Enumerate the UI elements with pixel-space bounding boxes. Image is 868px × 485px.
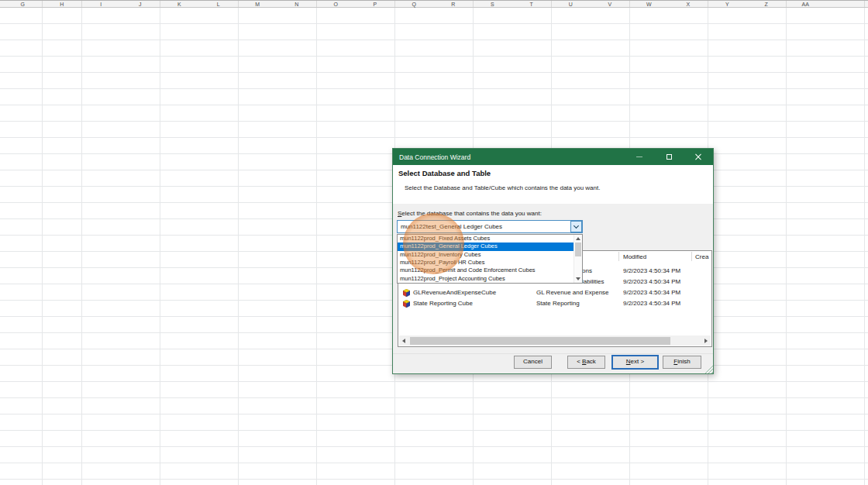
table-header-created[interactable]: Crea — [695, 253, 708, 260]
cube-icon — [403, 289, 410, 297]
horizontal-scrollbar[interactable] — [399, 335, 711, 346]
column-header-y[interactable]: Y — [708, 1, 747, 7]
column-header-m[interactable]: M — [238, 1, 277, 7]
cube-modified-date: 9/2/2023 4:50:34 PM — [623, 266, 680, 277]
column-header-u[interactable]: U — [551, 1, 591, 7]
cube-name: GLRevenueAndExpenseCube — [413, 287, 496, 298]
dropdown-item[interactable]: mun1122prod_Fixed Assets Cubes — [398, 235, 574, 242]
column-divider — [618, 252, 619, 261]
dropdown-items: mun1122prod_Fixed Assets Cubesmun1122pro… — [398, 235, 574, 283]
column-header-k[interactable]: K — [160, 1, 199, 7]
column-header-p[interactable]: P — [356, 1, 395, 7]
combobox-dropdown-button[interactable] — [570, 221, 582, 232]
maximize-button[interactable] — [654, 149, 684, 165]
dropdown-item[interactable]: mun1122prod_Inventory Cubes — [398, 251, 574, 259]
column-header-t[interactable]: T — [512, 1, 552, 7]
dropdown-scrollbar[interactable] — [574, 235, 582, 283]
window-controls — [625, 149, 713, 165]
table-row[interactable]: GLRevenueAndExpenseCubeGL Revenue and Ex… — [398, 287, 711, 298]
page-title: Select Database and Table — [398, 169, 491, 177]
back-button[interactable]: < Back — [567, 356, 605, 369]
column-header-s[interactable]: S — [473, 1, 512, 7]
minimize-icon — [636, 157, 642, 157]
scroll-right-icon — [704, 339, 708, 343]
dialog-title: Data Connection Wizard — [393, 153, 470, 161]
next-button[interactable]: Next > — [611, 355, 659, 370]
column-header-q[interactable]: Q — [394, 1, 434, 7]
scroll-down-icon — [576, 277, 580, 280]
cube-modified-date: 9/2/2023 4:50:34 PM — [623, 287, 680, 298]
cube-description: GL Revenue and Expense — [536, 287, 609, 298]
column-header-h[interactable]: H — [43, 1, 82, 7]
database-select-label: Select the database that contains the da… — [398, 210, 542, 217]
database-combobox-value: mun1122test_General Ledger Cubes — [401, 221, 502, 232]
column-header-w[interactable]: W — [629, 1, 669, 7]
column-header-i[interactable]: I — [81, 1, 121, 7]
column-header-l[interactable]: L — [199, 1, 239, 7]
column-header-n[interactable]: N — [277, 1, 317, 7]
scroll-up-icon — [576, 237, 580, 240]
scrollbar-thumb[interactable] — [575, 242, 581, 256]
scrollbar-thumb[interactable] — [410, 337, 670, 345]
column-headers[interactable]: GHIJKLMNOPQRSTUVWXYZAA — [0, 0, 868, 8]
column-header-z[interactable]: Z — [747, 1, 787, 7]
cube-name: State Reporting Cube — [413, 298, 473, 309]
cube-modified-date: 9/2/2023 4:50:34 PM — [623, 277, 680, 287]
close-button[interactable] — [684, 149, 713, 165]
footer-divider — [393, 353, 713, 354]
close-icon — [695, 154, 701, 160]
dropdown-item[interactable]: mun1122prod_Permit and Code Enforcement … — [398, 267, 574, 274]
dialog-titlebar[interactable]: Data Connection Wizard — [393, 149, 713, 165]
cube-icon — [403, 300, 410, 308]
page-subtitle: Select the Database and Table/Cube which… — [405, 184, 600, 191]
resize-grip-icon[interactable] — [704, 365, 713, 373]
cube-modified-date: 9/2/2023 4:50:34 PM — [623, 298, 680, 309]
column-header-g[interactable]: G — [3, 1, 43, 7]
dropdown-item[interactable]: mun1122prod_General Ledger Cubes — [398, 242, 574, 250]
dropdown-item[interactable]: mun1122prod_Payroll HR Cubes — [398, 259, 574, 267]
column-header-v[interactable]: V — [591, 1, 630, 7]
column-header-r[interactable]: R — [434, 1, 474, 7]
maximize-icon — [666, 154, 672, 160]
column-header-x[interactable]: X — [669, 1, 708, 7]
column-header-aa[interactable]: AA — [786, 1, 825, 7]
minimize-button[interactable] — [625, 149, 654, 165]
column-header-o[interactable]: O — [316, 1, 356, 7]
excel-window: GHIJKLMNOPQRSTUVWXYZAA Data Connection W… — [0, 0, 868, 485]
cube-description: State Reporting — [536, 298, 580, 309]
column-divider — [691, 252, 692, 261]
database-dropdown-list: mun1122prod_Fixed Assets Cubesmun1122pro… — [397, 234, 583, 284]
cancel-button[interactable]: Cancel — [514, 356, 552, 369]
table-row[interactable]: State Reporting CubeState Reporting9/2/2… — [398, 298, 711, 309]
scroll-left-icon — [402, 339, 405, 343]
table-header-modified[interactable]: Modified — [623, 253, 646, 260]
cube-description-fragment: ons — [582, 266, 592, 277]
data-connection-wizard-dialog: Data Connection Wizard Select Database a… — [392, 148, 714, 374]
database-combobox[interactable]: mun1122test_General Ledger Cubes — [397, 220, 583, 233]
chevron-down-icon — [574, 223, 579, 229]
column-header-j[interactable]: J — [121, 1, 160, 7]
dialog-header: Select Database and Table Select the Dat… — [393, 165, 713, 204]
dropdown-item[interactable]: mun1122prod_Project Accounting Cubes — [398, 275, 574, 283]
finish-button[interactable]: Finish — [663, 356, 701, 369]
cube-description-fragment: iabilities — [582, 277, 604, 287]
